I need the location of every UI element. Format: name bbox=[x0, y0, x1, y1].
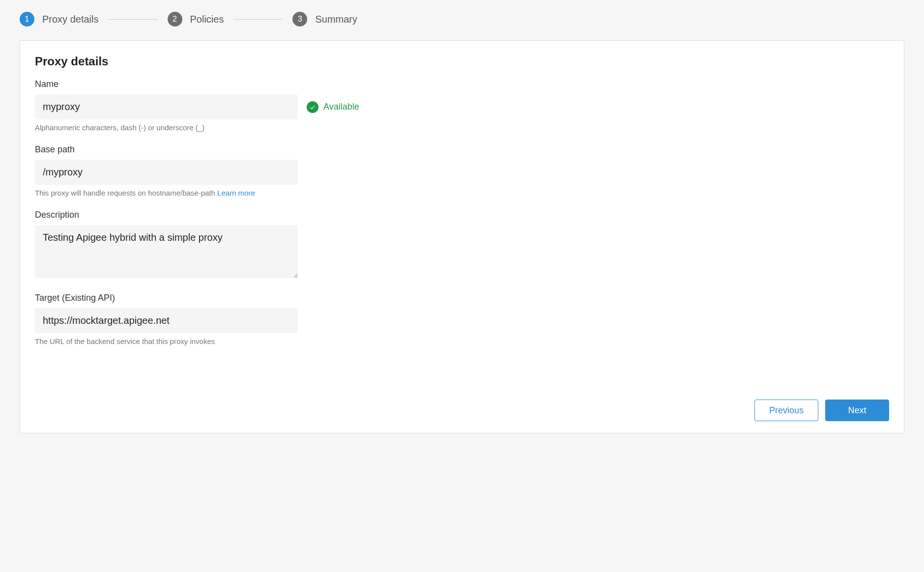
step-proxy-details[interactable]: 1 Proxy details bbox=[20, 12, 99, 27]
button-row: Previous Next bbox=[35, 400, 889, 421]
name-status: Available bbox=[307, 101, 359, 113]
learn-more-link[interactable]: Learn more bbox=[217, 189, 255, 197]
step-1-circle: 1 bbox=[20, 12, 34, 27]
step-divider bbox=[109, 19, 158, 20]
basepath-hint-text: This proxy will handle requests on hostn… bbox=[35, 189, 217, 197]
step-divider bbox=[233, 19, 283, 20]
stepper: 1 Proxy details 2 Policies 3 Summary bbox=[0, 0, 924, 36]
target-group: Target (Existing API) The URL of the bac… bbox=[35, 293, 889, 345]
name-input[interactable] bbox=[35, 94, 298, 119]
step-policies[interactable]: 2 Policies bbox=[168, 12, 224, 27]
name-group: Name Available Alphanumeric characters, … bbox=[35, 79, 889, 132]
target-hint: The URL of the backend service that this… bbox=[35, 337, 889, 345]
basepath-hint: This proxy will handle requests on hostn… bbox=[35, 189, 889, 197]
previous-button[interactable]: Previous bbox=[754, 400, 818, 421]
basepath-label: Base path bbox=[35, 144, 889, 155]
step-2-label: Policies bbox=[190, 14, 224, 25]
description-input[interactable] bbox=[35, 225, 298, 278]
step-summary[interactable]: 3 Summary bbox=[292, 12, 357, 27]
card-title: Proxy details bbox=[35, 55, 889, 68]
name-hint: Alphanumeric characters, dash (-) or und… bbox=[35, 123, 889, 132]
name-label: Name bbox=[35, 79, 889, 89]
proxy-details-card: Proxy details Name Available Alphanumeri… bbox=[20, 40, 904, 433]
check-icon bbox=[307, 101, 318, 113]
step-2-circle: 2 bbox=[168, 12, 182, 27]
basepath-input[interactable] bbox=[35, 160, 298, 185]
description-group: Description bbox=[35, 210, 889, 280]
step-1-label: Proxy details bbox=[42, 14, 99, 25]
name-status-text: Available bbox=[323, 102, 359, 112]
next-button[interactable]: Next bbox=[825, 400, 889, 421]
description-label: Description bbox=[35, 210, 889, 220]
basepath-group: Base path This proxy will handle request… bbox=[35, 144, 889, 197]
target-input[interactable] bbox=[35, 308, 298, 333]
step-3-circle: 3 bbox=[292, 12, 307, 27]
target-label: Target (Existing API) bbox=[35, 293, 889, 303]
step-3-label: Summary bbox=[315, 14, 357, 25]
